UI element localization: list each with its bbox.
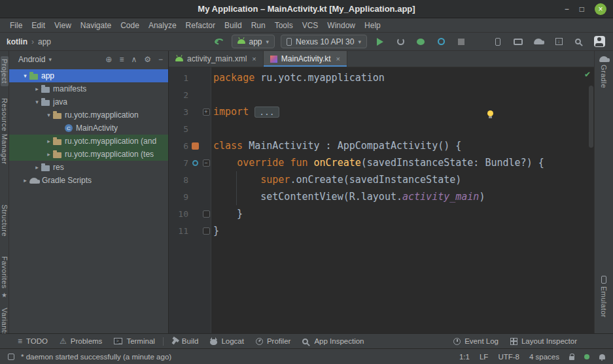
tree-item-gradle-scripts[interactable]: ▸Gradle Scripts [9, 174, 168, 187]
related-symbol-icon[interactable] [192, 142, 199, 150]
tab-mainactivity-kt[interactable]: MainActivity.kt × [264, 51, 347, 67]
tree-expand-arrow-icon[interactable]: ▸ [44, 138, 53, 144]
encoding-widget[interactable]: UTF-8 [498, 353, 519, 361]
run-configuration-select[interactable]: app ▾ [232, 35, 275, 48]
tool-button-layout-inspector[interactable]: Layout Inspector [504, 337, 583, 345]
tool-stripe-gradle[interactable]: Gradle [599, 56, 608, 88]
status-indicator-icon[interactable] [584, 354, 589, 359]
tree-collapse-arrow-icon[interactable]: ▾ [44, 112, 53, 118]
editor-scrollbar[interactable] [589, 86, 593, 148]
menu-code[interactable]: Code [116, 18, 144, 33]
tool-window-toggle-icon[interactable] [8, 354, 14, 360]
overriding-method-icon[interactable] [192, 160, 198, 166]
tool-button-profiler[interactable]: Profiler [250, 334, 296, 348]
sdk-manager-button[interactable]: ↓ [552, 35, 566, 49]
tool-button-todo[interactable]: ≡TODO [12, 334, 54, 348]
tool-stripe-resource-manager[interactable]: Resource Manager [1, 98, 9, 165]
menu-help[interactable]: Help [360, 18, 385, 33]
code-line[interactable]: 2 [169, 86, 594, 103]
tree-expand-arrow-icon[interactable]: ▸ [33, 164, 41, 171]
close-tab-icon[interactable]: × [252, 55, 256, 63]
fold-end-icon[interactable] [203, 227, 210, 235]
menu-build[interactable]: Build [220, 18, 247, 33]
line-number[interactable]: 3 [169, 107, 188, 117]
status-message[interactable]: * daemon started successfully (a minute … [21, 353, 171, 361]
tree-collapse-arrow-icon[interactable]: ▾ [21, 73, 29, 79]
tool-button-event-log[interactable]: Event Log [447, 337, 504, 345]
tree-item-res[interactable]: ▸res [9, 161, 168, 174]
tree-item-app[interactable]: ▾app [9, 69, 168, 82]
breadcrumb-project[interactable]: kotlin [7, 37, 27, 46]
menu-refactor[interactable]: Refactor [181, 18, 220, 33]
tree-expand-arrow-icon[interactable]: ▸ [21, 177, 29, 184]
locate-file-icon[interactable]: ⊕ [105, 56, 112, 63]
breadcrumb-module[interactable]: app [38, 37, 51, 46]
line-number[interactable]: 9 [169, 192, 188, 202]
code-line[interactable]: 7− override fun onCreate(savedInstanceSt… [169, 154, 594, 171]
close-button[interactable]: × [595, 3, 606, 15]
run-button[interactable] [373, 35, 387, 49]
project-view-select[interactable]: Android ▾ [18, 55, 52, 64]
tool-stripe-emulator[interactable]: Emulator [600, 276, 608, 318]
tab-activity-main-xml[interactable]: activity_main.xml × [169, 51, 264, 67]
tool-button-build[interactable]: Build [166, 334, 205, 348]
line-number[interactable]: 2 [169, 90, 188, 100]
tree-expand-arrow-icon[interactable]: ▸ [33, 86, 41, 92]
menu-edit[interactable]: Edit [27, 18, 50, 33]
tool-stripe-structure[interactable]: Structure [1, 205, 9, 237]
tree-item-ru-yotc-myapplication-tes[interactable]: ▸ru.yotc.myapplication (tes [9, 148, 168, 161]
line-number[interactable]: 7 [169, 158, 188, 168]
tree-item-java[interactable]: ▾java [9, 95, 168, 108]
code-line[interactable]: 8 super.onCreate(savedInstanceState) [169, 171, 594, 188]
code-line[interactable]: 11} [169, 222, 594, 239]
menu-window[interactable]: Window [323, 18, 360, 33]
tree-item-ru-yotc-myapplication[interactable]: ▾ru.yotc.myapplication [9, 108, 168, 122]
gradle-sync-button[interactable] [211, 35, 226, 49]
minimize-button[interactable]: − [565, 5, 569, 13]
target-device-select[interactable]: Nexus 10 API 30 ▾ [281, 35, 367, 48]
tool-button-problems[interactable]: ⚠Problems [54, 334, 108, 348]
tree-collapse-arrow-icon[interactable]: ▾ [33, 99, 41, 105]
menu-navigate[interactable]: Navigate [76, 18, 116, 33]
caret-position-widget[interactable]: 1:1 [459, 353, 470, 361]
code-line[interactable]: 10 } [169, 205, 594, 222]
debug-button[interactable] [413, 35, 428, 49]
line-number[interactable]: 1 [169, 73, 188, 83]
tool-stripe-project[interactable]: Project [1, 56, 9, 86]
code-line[interactable]: 5 [169, 120, 594, 137]
tree-item-ru-yotc-myapplication-and[interactable]: ▸ru.yotc.myapplication (and [9, 135, 168, 148]
apply-changes-button[interactable] [393, 35, 408, 49]
tool-button-terminal[interactable]: >_Terminal [108, 334, 160, 348]
view-options-icon[interactable]: ≡ [119, 56, 124, 63]
fold-open-icon[interactable]: − [203, 159, 210, 167]
code-line[interactable]: 1package ru.yotc.myapplication [169, 69, 594, 86]
close-tab-icon[interactable]: × [336, 55, 340, 63]
line-number[interactable]: 5 [169, 124, 188, 134]
collapse-all-icon[interactable]: ∧ [131, 56, 137, 63]
menu-file[interactable]: File [5, 18, 27, 33]
menu-view[interactable]: View [50, 18, 76, 33]
line-separator-widget[interactable]: LF [480, 353, 488, 361]
code-line[interactable]: 3+import ... [169, 103, 594, 120]
tree-item-manifests[interactable]: ▸manifests [9, 82, 168, 95]
inspection-ok-icon[interactable]: ✔ [584, 70, 591, 79]
code-line[interactable]: 6class MainActivity : AppCompatActivity(… [169, 137, 594, 154]
search-everywhere-button[interactable] [572, 35, 586, 49]
menu-tools[interactable]: Tools [270, 18, 298, 33]
maximize-button[interactable]: □ [580, 5, 584, 13]
menu-vcs[interactable]: VCS [298, 18, 323, 33]
tool-button-app-inspection[interactable]: App Inspection [296, 334, 370, 348]
sync-project-gradle-button[interactable] [531, 35, 546, 49]
layout-validation-button[interactable] [511, 35, 525, 49]
profile-button[interactable] [434, 35, 448, 49]
device-manager-button[interactable] [491, 35, 505, 49]
tree-expand-arrow-icon[interactable]: ▸ [44, 151, 53, 157]
profile-avatar-button[interactable] [592, 35, 606, 49]
fold-collapsed-icon[interactable]: + [203, 108, 210, 116]
indent-widget[interactable]: 4 spaces [529, 353, 559, 361]
tool-stripe-build-variants[interactable]: Variants [1, 308, 9, 337]
fold-end-icon[interactable] [203, 210, 210, 218]
menu-run[interactable]: Run [247, 18, 270, 33]
tool-button-logcat[interactable]: Logcat [204, 334, 250, 348]
lock-icon[interactable] [569, 356, 574, 360]
